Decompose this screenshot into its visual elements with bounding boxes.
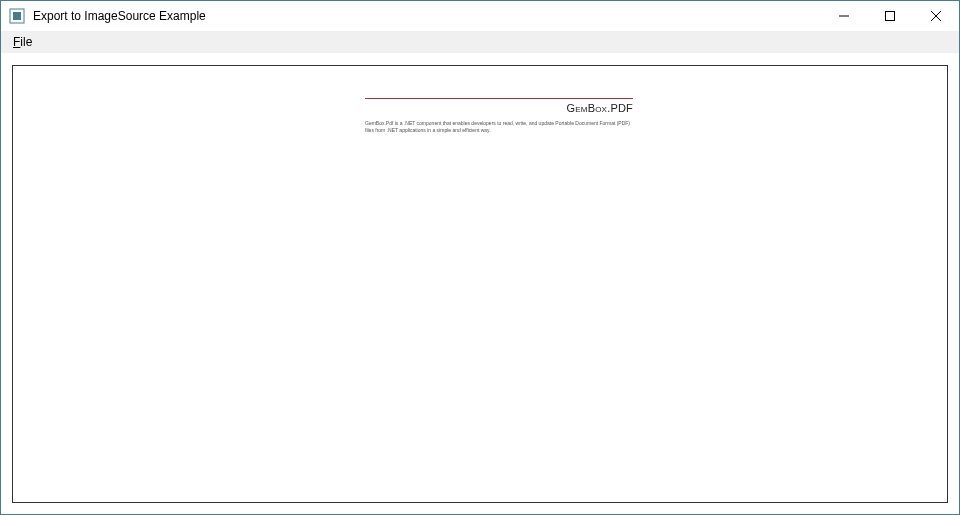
maximize-button[interactable]: [867, 1, 913, 31]
menu-file-rest: ile: [20, 35, 32, 49]
svg-rect-1: [13, 12, 21, 20]
menubar: File: [1, 31, 959, 53]
document-content: GemBox.PDF GemBox.Pdf is a .NET componen…: [365, 98, 633, 134]
menu-file[interactable]: File: [7, 33, 38, 51]
window-controls: [821, 1, 959, 31]
content-area: GemBox.PDF GemBox.Pdf is a .NET componen…: [0, 53, 960, 515]
svg-rect-3: [886, 12, 895, 21]
document-body: GemBox.Pdf is a .NET component that enab…: [365, 120, 633, 134]
window-title: Export to ImageSource Example: [33, 9, 821, 23]
app-icon: [9, 8, 25, 24]
document-rule: [365, 98, 633, 99]
close-button[interactable]: [913, 1, 959, 31]
document-frame: GemBox.PDF GemBox.Pdf is a .NET componen…: [12, 65, 948, 503]
titlebar: Export to ImageSource Example: [1, 1, 959, 31]
document-heading: GemBox.PDF: [365, 102, 633, 114]
minimize-button[interactable]: [821, 1, 867, 31]
